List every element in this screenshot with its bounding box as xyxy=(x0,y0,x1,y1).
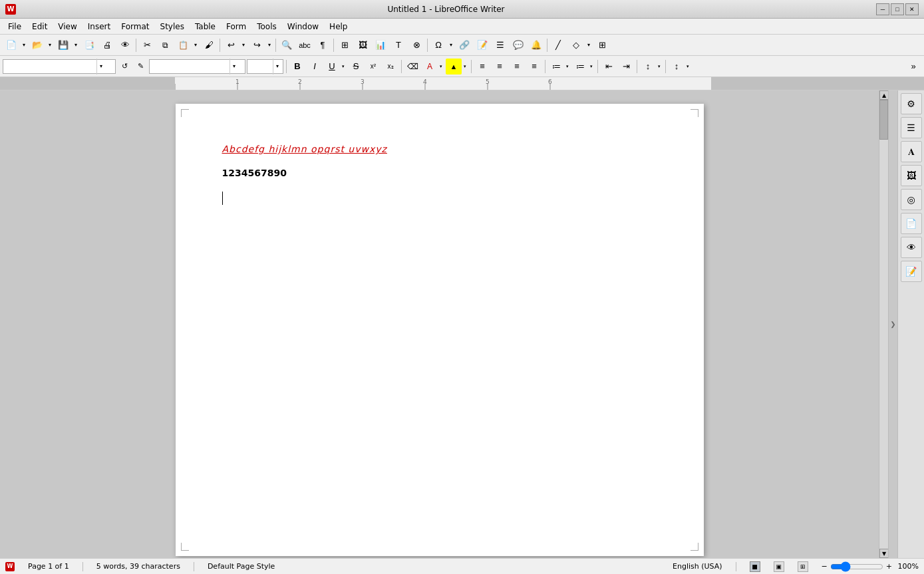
cursor-line[interactable] xyxy=(222,192,657,205)
save-dropdown[interactable]: ▾ xyxy=(72,37,80,54)
print-preview-button[interactable]: 👁 xyxy=(116,37,134,54)
paragraph-style-combo[interactable]: Default Paragraph Style ▾ xyxy=(3,59,116,74)
document-line-1[interactable]: Abcdefg hijklmn opqrst uvwxyz xyxy=(222,144,657,154)
draw-shape-dropdown[interactable]: ▾ xyxy=(585,37,593,54)
superscript-button[interactable]: x² xyxy=(365,59,381,74)
menu-table[interactable]: Table xyxy=(190,19,221,34)
footnote-button[interactable]: 📝 xyxy=(474,37,491,54)
zoom-increase-button[interactable]: + xyxy=(886,562,892,571)
draw-line-button[interactable]: ╱ xyxy=(549,37,567,54)
sidebar-accessibility-button[interactable]: 👁 xyxy=(901,237,922,258)
zoom-level-text[interactable]: 100% xyxy=(895,562,919,571)
status-page-style[interactable]: Default Page Style xyxy=(208,562,659,571)
menu-file[interactable]: File xyxy=(3,19,27,34)
menu-help[interactable]: Help xyxy=(324,19,353,34)
save-button[interactable]: 💾 xyxy=(55,37,72,54)
para-spacing-button[interactable]: ↕ xyxy=(640,59,656,74)
copy-button[interactable]: ⧉ xyxy=(156,37,174,54)
find-button[interactable]: 🔍 xyxy=(278,37,295,54)
minimize-button[interactable]: ─ xyxy=(876,3,889,15)
maximize-button[interactable]: □ xyxy=(891,3,904,15)
underline-dropdown[interactable]: ▾ xyxy=(340,59,347,74)
update-style-button[interactable]: ↺ xyxy=(117,59,132,74)
cut-button[interactable]: ✂ xyxy=(138,37,156,54)
menu-tools[interactable]: Tools xyxy=(251,19,282,34)
new-style-button[interactable]: ✎ xyxy=(133,59,148,74)
format-marks-button[interactable]: ¶ xyxy=(314,37,331,54)
insert-pagebreak-button[interactable]: ⊗ xyxy=(408,37,425,54)
highlight-dropdown[interactable]: ▾ xyxy=(462,59,468,74)
zoom-slider[interactable] xyxy=(830,561,883,572)
font-name-dropdown[interactable]: ▾ xyxy=(230,59,237,74)
paste-dropdown[interactable]: ▾ xyxy=(192,37,200,54)
highlight-color-button[interactable]: ▲ xyxy=(446,59,462,74)
insert-chart-button[interactable]: 📊 xyxy=(372,37,389,54)
scroll-track[interactable] xyxy=(879,100,888,549)
close-button[interactable]: ✕ xyxy=(905,3,919,15)
status-language[interactable]: English (USA) xyxy=(673,562,722,571)
draw-functions-button[interactable]: ⊞ xyxy=(593,37,611,54)
para-spacing-dropdown[interactable]: ▾ xyxy=(656,59,663,74)
sidebar-macro-button[interactable]: 📝 xyxy=(901,261,922,282)
italic-button[interactable]: I xyxy=(307,59,323,74)
menu-window[interactable]: Window xyxy=(282,19,324,34)
menu-edit[interactable]: Edit xyxy=(27,19,53,34)
line-spacing-dropdown[interactable]: ▾ xyxy=(685,59,691,74)
document-line-2[interactable]: 1234567890 xyxy=(222,168,657,178)
sidebar-settings-button[interactable]: ⚙ xyxy=(901,93,922,114)
align-left-button[interactable]: ≡ xyxy=(474,59,490,74)
menu-view[interactable]: View xyxy=(53,19,82,34)
ruler-content[interactable]: .rtick{stroke:#888;stroke-width:1;} 1 2 … xyxy=(175,77,711,90)
insert-image-button[interactable]: 🖼 xyxy=(354,37,371,54)
zoom-decrease-button[interactable]: − xyxy=(822,562,828,571)
scroll-thumb[interactable] xyxy=(879,100,888,140)
ordered-list-dropdown[interactable]: ▾ xyxy=(588,59,595,74)
font-color-dropdown[interactable]: ▾ xyxy=(438,59,444,74)
extend-toolbar-button[interactable]: » xyxy=(905,59,921,74)
sidebar-collapse-button[interactable]: ❯ xyxy=(888,90,897,558)
export-pdf-button[interactable]: 📑 xyxy=(80,37,98,54)
line-spacing-button[interactable]: ↕ xyxy=(669,59,685,74)
print-button[interactable]: 🖨 xyxy=(98,37,116,54)
open-button[interactable]: 📂 xyxy=(29,37,46,54)
sidebar-gallery-button[interactable]: 🖼 xyxy=(901,165,922,186)
undo-button[interactable]: ↩ xyxy=(222,37,239,54)
special-char-dropdown[interactable]: ▾ xyxy=(447,37,455,54)
insert-table-button[interactable]: ⊞ xyxy=(336,37,353,54)
special-char-button[interactable]: Ω xyxy=(430,37,447,54)
font-size-combo[interactable]: 12 pt ▾ xyxy=(247,59,283,74)
insert-textbox-button[interactable]: T xyxy=(390,37,407,54)
header-footer-button[interactable]: ☰ xyxy=(492,37,509,54)
bold-button[interactable]: B xyxy=(289,59,305,74)
clone-button[interactable]: 🖌 xyxy=(200,37,218,54)
underline-button[interactable]: U xyxy=(324,59,340,74)
font-color-button[interactable]: A xyxy=(422,59,438,74)
menu-styles[interactable]: Styles xyxy=(155,19,190,34)
unordered-list-button[interactable]: ≔ xyxy=(548,59,564,74)
redo-dropdown[interactable]: ▾ xyxy=(265,37,273,54)
ordered-list-button[interactable]: ≔ xyxy=(572,59,588,74)
menu-format[interactable]: Format xyxy=(116,19,154,34)
status-zoom-area[interactable]: − + 100% xyxy=(822,561,919,572)
paste-button[interactable]: 📋 xyxy=(174,37,192,54)
font-size-dropdown[interactable]: ▾ xyxy=(273,59,281,74)
comment-button[interactable]: 💬 xyxy=(510,37,527,54)
font-name-input[interactable]: DejaVu Sans xyxy=(150,60,230,73)
justify-button[interactable]: ≡ xyxy=(526,59,542,74)
document-area[interactable]: Abcdefg hijklmn opqrst uvwxyz 1234567890 xyxy=(0,90,879,558)
status-view-book[interactable]: ⊞ xyxy=(798,561,808,572)
status-view-normal[interactable]: ■ xyxy=(750,561,760,572)
indent-more-button[interactable]: ⇥ xyxy=(618,59,634,74)
sidebar-navigator-button[interactable]: ◎ xyxy=(901,189,922,210)
redo-button[interactable]: ↪ xyxy=(248,37,265,54)
status-view-web[interactable]: ▣ xyxy=(774,561,784,572)
indent-less-button[interactable]: ⇤ xyxy=(601,59,617,74)
strikethrough-button[interactable]: S xyxy=(348,59,364,74)
scroll-up-button[interactable]: ▲ xyxy=(879,90,889,100)
clear-formatting-button[interactable]: ⌫ xyxy=(404,59,420,74)
document-page[interactable]: Abcdefg hijklmn opqrst uvwxyz 1234567890 xyxy=(176,104,704,556)
subscript-button[interactable]: x₂ xyxy=(383,59,398,74)
unordered-list-dropdown[interactable]: ▾ xyxy=(564,59,571,74)
menu-insert[interactable]: Insert xyxy=(82,19,116,34)
sidebar-styles-button[interactable]: ☰ xyxy=(901,117,922,138)
